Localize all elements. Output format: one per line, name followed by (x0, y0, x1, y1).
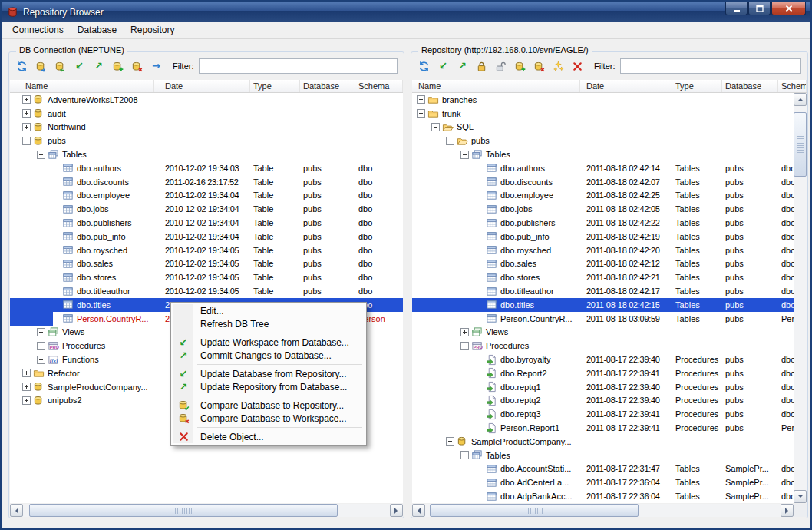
context-menu-item[interactable]: Compare Database to Repository... (173, 399, 365, 412)
tree-row[interactable]: PROProcedures (412, 339, 794, 353)
menu-database[interactable]: Database (71, 22, 124, 38)
expand-toggle[interactable] (22, 109, 31, 118)
tree-row[interactable]: dbo.authors2011-08-18 02:42:14Tablespubs… (412, 161, 794, 175)
context-menu-item[interactable]: ↗Update Repository from Database... (173, 380, 365, 393)
tree-row[interactable]: Tables (412, 147, 794, 161)
register-database-button[interactable] (109, 58, 127, 75)
tree-row[interactable]: Person.CountryR...2011-08-18 03:09:59Tab… (412, 312, 794, 326)
scroll-right-button[interactable] (390, 504, 403, 517)
scroll-up-button[interactable] (794, 93, 807, 106)
collapse-toggle[interactable] (22, 137, 31, 145)
tree-row[interactable]: dbo.discounts2011-08-18 02:42:07Tablespu… (412, 175, 794, 189)
collapse-toggle[interactable] (446, 137, 454, 145)
column-header-name[interactable]: Name (10, 80, 154, 92)
tree-row[interactable]: dbo.reptq22011-08-17 22:39:40Proceduresp… (412, 394, 794, 408)
column-header-database[interactable]: Database (300, 80, 355, 92)
context-menu-item[interactable]: Refresh DB Tree (173, 317, 365, 330)
collapse-toggle[interactable] (460, 451, 469, 459)
menu-connections[interactable]: Connections (5, 22, 71, 38)
collapse-toggle[interactable] (460, 151, 469, 159)
delete-object-button[interactable] (569, 58, 586, 75)
tree-row[interactable]: dbo.employee2011-08-18 02:42:25Tablespub… (412, 189, 794, 203)
tree-row[interactable]: dbo.sales2010-12-02 19:34:05Tablepubsdbo (10, 257, 403, 271)
tree-row[interactable]: dbo.employee2010-12-02 19:34:04Tablepubs… (10, 189, 403, 203)
tree-row[interactable]: Views (412, 326, 794, 340)
repository-filter-input[interactable] (620, 58, 802, 74)
context-menu-item[interactable]: ↙Update Database from Repository... (173, 367, 365, 380)
tree-row[interactable]: dbo.stores2010-12-02 19:34:05Tablepubsdb… (10, 270, 403, 284)
tree-row[interactable]: dbo.jobs2011-08-18 02:42:05Tablespubsdbo (412, 202, 794, 216)
scrollbar-track[interactable] (425, 504, 781, 517)
tree-row[interactable]: dbo.discounts2011-02-16 23:17:52Tablepub… (10, 175, 403, 189)
unregister-database-button[interactable] (128, 58, 146, 75)
add-to-repository-button[interactable] (511, 58, 529, 75)
unlock-object-button[interactable] (492, 58, 510, 75)
scroll-left-button[interactable] (412, 504, 425, 517)
collapse-toggle[interactable] (460, 342, 469, 350)
tree-row[interactable]: trunk (412, 107, 794, 121)
refresh-db-tree-button[interactable] (13, 58, 31, 75)
scrollbar-track[interactable] (23, 504, 390, 517)
column-header-date[interactable]: Date (154, 80, 250, 92)
tree-row[interactable]: dbo.roysched2011-08-18 02:42:20Tablespub… (412, 243, 794, 257)
scrollbar-thumb[interactable] (430, 504, 639, 517)
column-header-type[interactable]: Type (672, 80, 722, 92)
maximize-button[interactable] (748, 2, 771, 15)
collapse-toggle[interactable] (37, 151, 45, 159)
collapse-toggle[interactable] (446, 437, 454, 446)
update-workspace-button[interactable]: ↙ (71, 58, 88, 75)
lock-object-button[interactable] (473, 58, 490, 75)
db-horizontal-scrollbar[interactable] (10, 504, 403, 517)
tree-row[interactable]: dbo.publishers2010-12-02 19:34:04Tablepu… (10, 216, 403, 230)
tree-row[interactable]: dbo.titleauthor2010-12-02 19:34:05Tablep… (10, 284, 403, 298)
scroll-right-button[interactable] (781, 504, 794, 517)
tree-row[interactable]: dbo.titleauthor2011-08-18 02:42:17Tables… (412, 284, 794, 298)
tree-row[interactable]: dbo.Report22011-08-17 22:39:41Procedures… (412, 366, 794, 380)
scroll-down-button[interactable] (794, 490, 807, 503)
tree-row[interactable]: audit (10, 107, 403, 121)
expand-toggle[interactable] (37, 328, 45, 336)
tree-row[interactable]: AdventureWorksLT2008 (10, 93, 403, 107)
tree-row[interactable]: dbo.pub_info2011-08-18 02:42:19Tablespub… (412, 230, 794, 243)
repository-horizontal-scrollbar[interactable] (412, 504, 794, 517)
context-menu-item[interactable]: Compare Database to Workspace... (173, 412, 365, 425)
tree-row[interactable]: pubs (412, 134, 794, 147)
tree-row[interactable]: Tables (10, 147, 403, 161)
tree-row[interactable]: dbo.reptq32011-08-17 22:39:41Proceduresp… (412, 407, 794, 421)
tree-row[interactable]: branches (412, 93, 794, 107)
menu-repository[interactable]: Repository (124, 22, 181, 38)
commit-to-repository-button[interactable]: ↗ (454, 58, 471, 75)
refresh-repository-button[interactable] (415, 58, 433, 75)
expand-toggle[interactable] (22, 369, 31, 377)
tree-row[interactable]: dbo.stores2011-08-18 02:42:21Tablespubsd… (412, 270, 794, 284)
sync-database-button[interactable]: → (147, 58, 165, 75)
repository-vertical-scrollbar[interactable] (794, 93, 807, 503)
connect-database-button[interactable] (32, 58, 50, 75)
expand-toggle[interactable] (37, 356, 45, 364)
tree-row[interactable]: Northwind (10, 121, 403, 134)
scrollbar-thumb[interactable] (29, 504, 338, 517)
update-from-repository-button[interactable]: ↙ (434, 58, 452, 75)
expand-toggle[interactable] (22, 396, 31, 405)
expand-toggle[interactable] (22, 95, 31, 104)
tree-row[interactable]: dbo.publishers2011-08-18 02:42:22Tablesp… (412, 216, 794, 230)
context-menu-item[interactable]: Delete Object... (173, 430, 365, 443)
expand-toggle[interactable] (460, 328, 469, 336)
tree-row[interactable]: Tables (412, 449, 794, 462)
tree-row[interactable]: dbo.byroyalty2011-08-17 22:39:40Procedur… (412, 353, 794, 366)
tree-row[interactable]: dbo.AdCenterLa...2011-08-17 22:36:04Tabl… (412, 475, 794, 489)
tree-row[interactable]: dbo.titles2011-08-18 02:42:15Tablespubsd… (412, 298, 794, 312)
tree-row[interactable]: dbo.pub_info2010-12-02 19:34:04Tablepubs… (10, 230, 403, 243)
minimize-button[interactable] (725, 2, 748, 15)
tree-row[interactable]: SQL (412, 121, 794, 134)
context-menu-item[interactable]: ↗Commit Changes to Database... (173, 349, 365, 362)
tree-row[interactable]: dbo.reptq12011-08-17 22:39:40Proceduresp… (412, 380, 794, 394)
collapse-toggle[interactable] (417, 109, 425, 118)
tree-row[interactable]: dbo.authors2010-12-02 19:34:03Tablepubsd… (10, 161, 403, 175)
expand-toggle[interactable] (22, 123, 31, 131)
tree-row[interactable]: dbo.AdpBankAcc...2011-08-17 22:36:04Tabl… (412, 489, 794, 503)
db-filter-input[interactable] (199, 58, 398, 74)
collapse-toggle[interactable] (431, 123, 440, 131)
tree-row[interactable]: dbo.sales2011-08-18 02:42:12Tablespubsdb… (412, 257, 794, 271)
cleanup-button[interactable] (550, 58, 567, 75)
